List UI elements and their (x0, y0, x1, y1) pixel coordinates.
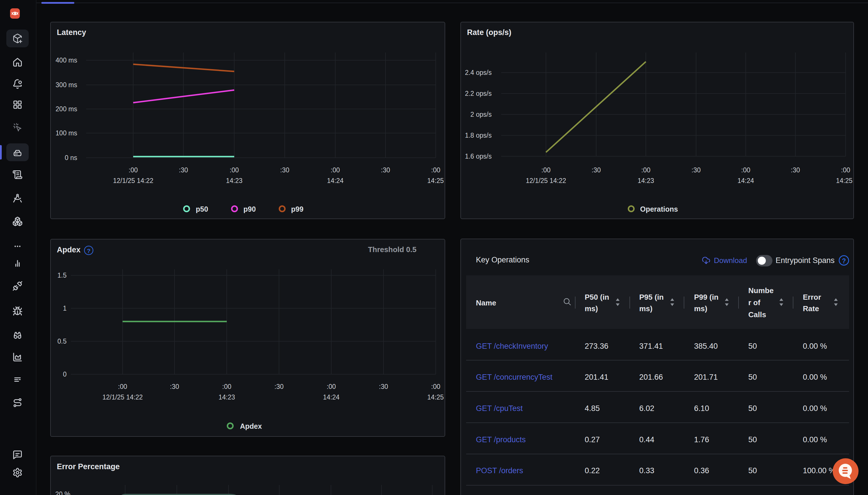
svg-text:GET /products: GET /products (476, 436, 526, 444)
svg-text::30: :30 (691, 166, 701, 174)
svg-text:Calls: Calls (748, 310, 766, 319)
svg-text:14:24: 14:24 (323, 393, 340, 401)
svg-text:Error Percentage: Error Percentage (57, 462, 120, 471)
svg-text:Entrypoint Spans: Entrypoint Spans (775, 256, 835, 265)
svg-text:12/1/25 14:22: 12/1/25 14:22 (526, 177, 566, 184)
svg-text:6.10: 6.10 (694, 404, 709, 413)
svg-text::00: :00 (741, 166, 750, 174)
svg-text::00: :00 (331, 166, 340, 174)
svg-text:14:23: 14:23 (218, 393, 235, 401)
svg-text:300 ms: 300 ms (56, 81, 77, 89)
svg-text:GET /cpuTest: GET /cpuTest (476, 404, 523, 413)
svg-text:201.66: 201.66 (639, 373, 663, 381)
svg-text:p50: p50 (196, 205, 208, 213)
svg-text:50: 50 (748, 466, 757, 475)
svg-text::00: :00 (222, 383, 231, 390)
svg-text::30: :30 (274, 383, 283, 390)
svg-text:2.4 ops/s: 2.4 ops/s (465, 69, 492, 76)
svg-text:4.85: 4.85 (585, 404, 600, 413)
svg-text:1.5: 1.5 (58, 272, 67, 279)
svg-text:Apdex: Apdex (240, 422, 262, 430)
svg-text:201.71: 201.71 (694, 373, 718, 381)
svg-text:12/1/25 14:22: 12/1/25 14:22 (113, 177, 153, 184)
svg-text::00: :00 (118, 383, 127, 390)
svg-text:20 %: 20 % (55, 491, 70, 495)
svg-text:1: 1 (63, 305, 67, 312)
svg-text:0.5: 0.5 (58, 338, 67, 345)
svg-text:50: 50 (748, 404, 757, 413)
svg-text:14:25: 14:25 (836, 177, 852, 184)
svg-text:ms): ms) (694, 304, 707, 313)
svg-text:0 ns: 0 ns (65, 154, 77, 161)
svg-text:POST /orders: POST /orders (476, 466, 523, 475)
svg-text:P95 (in: P95 (in (639, 293, 664, 302)
svg-text:1.76: 1.76 (694, 436, 709, 444)
svg-text:0.00 %: 0.00 % (803, 342, 827, 351)
svg-text:0.00 %: 0.00 % (803, 404, 827, 413)
svg-text:14:25: 14:25 (427, 393, 444, 401)
svg-text:14:24: 14:24 (737, 177, 754, 184)
svg-text:Latency: Latency (57, 28, 86, 37)
svg-text:P99 (in: P99 (in (694, 293, 718, 302)
svg-text:100 ms: 100 ms (56, 129, 77, 137)
svg-text:r of: r of (748, 298, 760, 307)
svg-text::00: :00 (230, 166, 239, 174)
svg-text:Error: Error (803, 293, 821, 302)
svg-text:2 ops/s: 2 ops/s (471, 111, 492, 118)
svg-text::00: :00 (641, 166, 651, 174)
svg-text:50: 50 (748, 436, 757, 444)
svg-text::30: :30 (381, 166, 390, 174)
svg-text:Key Operations: Key Operations (476, 256, 529, 264)
svg-text::00: :00 (327, 383, 336, 390)
svg-text:Rate (ops/s): Rate (ops/s) (467, 28, 511, 37)
svg-text:0.36: 0.36 (694, 466, 709, 475)
svg-text:0.22: 0.22 (585, 466, 600, 475)
svg-text:6.02: 6.02 (639, 404, 654, 413)
svg-text:Numbe: Numbe (748, 286, 773, 295)
svg-text:Download: Download (714, 256, 747, 265)
svg-text:14:23: 14:23 (226, 177, 243, 184)
svg-text::00: :00 (431, 166, 440, 174)
svg-text::00: :00 (541, 166, 551, 174)
svg-text:100.00 %: 100.00 % (803, 466, 836, 475)
svg-text::30: :30 (179, 166, 188, 174)
svg-text:0.00 %: 0.00 % (803, 436, 827, 444)
svg-text:ms): ms) (639, 304, 652, 313)
svg-text::30: :30 (170, 383, 179, 390)
svg-text:200 ms: 200 ms (56, 105, 77, 113)
svg-text::30: :30 (791, 166, 800, 174)
svg-text::30: :30 (280, 166, 289, 174)
svg-text:12/1/25 14:22: 12/1/25 14:22 (102, 393, 143, 401)
svg-text:385.40: 385.40 (694, 342, 718, 351)
svg-text:0.27: 0.27 (585, 436, 600, 444)
svg-text:Apdex: Apdex (57, 245, 81, 254)
svg-text:2.2 ops/s: 2.2 ops/s (465, 90, 492, 97)
svg-text:371.41: 371.41 (639, 342, 663, 351)
svg-text:0: 0 (63, 371, 67, 378)
svg-text:14:25: 14:25 (427, 177, 444, 184)
svg-text:1.8 ops/s: 1.8 ops/s (465, 132, 492, 139)
svg-text:201.41: 201.41 (585, 373, 608, 381)
svg-text::00: :00 (129, 166, 138, 174)
svg-text:?: ? (87, 248, 91, 254)
svg-text:?: ? (842, 257, 846, 265)
svg-text::30: :30 (592, 166, 601, 174)
svg-text:0.44: 0.44 (639, 436, 654, 444)
svg-text:400 ms: 400 ms (56, 56, 77, 64)
svg-text:14:24: 14:24 (327, 177, 344, 184)
svg-text:p90: p90 (243, 205, 256, 213)
svg-text:GET /checkInventory: GET /checkInventory (476, 342, 548, 351)
svg-text::00: :00 (841, 166, 850, 174)
svg-text:Threshold 0.5: Threshold 0.5 (368, 245, 416, 254)
svg-text::30: :30 (379, 383, 388, 390)
svg-text:GET /concurrencyTest: GET /concurrencyTest (476, 373, 553, 381)
svg-text:Operations: Operations (640, 205, 678, 213)
svg-text::00: :00 (431, 383, 440, 390)
svg-text:50: 50 (748, 373, 757, 381)
svg-text:14:23: 14:23 (638, 177, 654, 184)
svg-text:50: 50 (748, 342, 757, 351)
svg-text:0.00 %: 0.00 % (803, 373, 827, 381)
svg-text:1.6 ops/s: 1.6 ops/s (465, 153, 492, 160)
svg-text:273.36: 273.36 (585, 342, 608, 351)
svg-text:p99: p99 (291, 205, 304, 213)
